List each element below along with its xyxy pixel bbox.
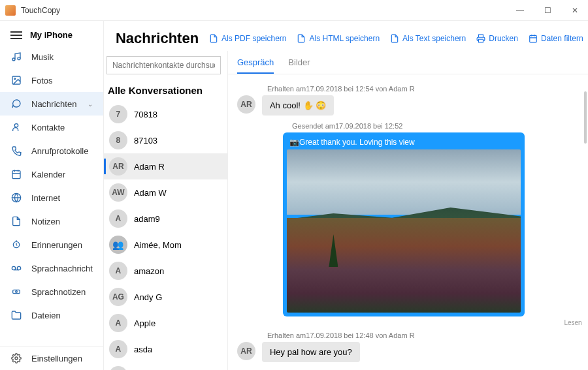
nav-label: Sprachnotizen: [31, 287, 86, 297]
contact-row[interactable]: Aadam9: [104, 206, 227, 232]
avatar: AR: [237, 342, 255, 360]
message-bubble: Ah cool! ✋ 😳: [262, 95, 334, 116]
contact-name: Apple: [134, 318, 155, 328]
nav-item-music[interactable]: Musik: [0, 45, 103, 69]
avatar: A: [109, 366, 127, 370]
save-html-button[interactable]: Als HTML speichern: [297, 34, 380, 43]
nav-label: Internet: [31, 193, 60, 203]
contact-row[interactable]: AWAdam W: [104, 179, 227, 206]
tab-images[interactable]: Bilder: [288, 57, 310, 74]
svg-point-9: [17, 266, 20, 270]
nav-label: Musik: [31, 52, 54, 62]
contact-name: 70818: [134, 110, 157, 119]
nav-item-contacts[interactable]: Kontakte: [0, 116, 103, 139]
device-name: My iPhone: [30, 30, 73, 40]
contact-row[interactable]: 👥Aimée, Mom: [104, 232, 227, 258]
contact-name: Adam R: [134, 162, 165, 172]
contact-row[interactable]: AApple: [104, 310, 227, 336]
attached-image[interactable]: [287, 149, 521, 313]
nav-item-voicememos[interactable]: Sprachnotizen: [0, 280, 103, 303]
hamburger-menu-icon[interactable]: [10, 31, 22, 39]
conversation-list-panel: Alle Konversationen 770818887103ARAdam R…: [104, 51, 228, 370]
chat-panel: Gespräch Bilder Erhalten am17.09.2018 be…: [228, 51, 588, 370]
svg-point-11: [16, 291, 18, 293]
voicemail-icon: [10, 262, 22, 274]
nav-label: Kalender: [31, 170, 65, 179]
avatar: 8: [109, 131, 127, 149]
nav-item-files[interactable]: Dateien: [0, 303, 103, 327]
svg-rect-14: [530, 35, 537, 42]
search-input[interactable]: [106, 56, 221, 74]
message-meta: Gesendet am17.09.2018 bei 12:52: [292, 122, 582, 130]
contact-name: asda: [134, 345, 152, 354]
contact-name: amazon: [134, 266, 164, 276]
svg-point-0: [12, 58, 15, 61]
maximize-button[interactable]: ☐: [540, 6, 555, 15]
avatar: A: [109, 314, 127, 332]
nav-label: Dateien: [31, 311, 61, 320]
photos-icon: [10, 74, 22, 86]
nav-item-notes[interactable]: Notizen: [0, 209, 103, 233]
app-logo-icon: [5, 5, 16, 16]
page-title: Nachrichten: [116, 30, 199, 47]
svg-point-8: [12, 266, 15, 270]
message-bubble: Hey pal how are you?: [262, 342, 360, 362]
nav-item-internet[interactable]: Internet: [0, 186, 103, 209]
message-row-sent: 📷Great thank you. Loving this view: [283, 132, 582, 316]
svg-point-12: [15, 357, 18, 360]
contact-row[interactable]: Aamazon: [104, 258, 227, 284]
contact-row[interactable]: Aasda: [104, 336, 227, 362]
svg-point-3: [14, 78, 16, 80]
nav-item-settings[interactable]: Einstellungen: [0, 346, 103, 370]
save-pdf-button[interactable]: Als PDF speichern: [209, 34, 286, 43]
nav-item-calllogs[interactable]: Anrufprotokolle: [0, 139, 103, 162]
html-icon: [297, 34, 306, 43]
tab-conversation[interactable]: Gespräch: [237, 57, 274, 74]
message-text: 📷Great thank you. Loving this view: [287, 136, 521, 149]
contact-row[interactable]: ARAdam R: [104, 153, 227, 179]
avatar: AG: [109, 288, 127, 306]
text-icon: [390, 34, 399, 43]
contact-row[interactable]: 770818: [104, 101, 227, 127]
nav-item-calendar[interactable]: Kalender: [0, 162, 103, 186]
contact-row[interactable]: 887103: [104, 127, 227, 153]
tool-label: Daten filtern: [541, 34, 583, 43]
close-button[interactable]: ✕: [567, 6, 583, 15]
nav-item-photos[interactable]: Fotos: [0, 69, 103, 92]
nav-label: Anrufprotokolle: [31, 146, 88, 156]
messages-icon: [10, 98, 22, 110]
sidebar: My iPhone Musik Fotos Nachrichten ⌄ Kont…: [0, 21, 104, 370]
nav-item-voicemail[interactable]: Sprachnachricht: [0, 256, 103, 280]
nav-item-messages[interactable]: Nachrichten ⌄: [0, 92, 103, 116]
save-text-button[interactable]: Als Text speichern: [390, 34, 466, 43]
conversations-heading: Alle Konversationen: [104, 78, 227, 101]
nav-label: Kontakte: [31, 123, 65, 132]
chevron-down-icon: ⌄: [88, 100, 93, 108]
nav-label: Einstellungen: [31, 354, 82, 363]
print-icon: [476, 34, 485, 43]
filter-icon: [529, 34, 538, 43]
print-button[interactable]: Drucken: [476, 34, 518, 43]
image-message-bubble: 📷Great thank you. Loving this view: [283, 132, 525, 316]
nav-label: Fotos: [31, 76, 53, 85]
message-meta: Erhalten am17.09.2018 bei 12:54 von Adam…: [267, 85, 582, 93]
folder-icon: [10, 309, 22, 321]
music-icon: [10, 51, 22, 63]
minimize-button[interactable]: —: [512, 6, 528, 15]
contact-row[interactable]: AAsda: [104, 362, 227, 370]
contact-row[interactable]: AGAndy G: [104, 284, 227, 310]
avatar: A: [109, 340, 127, 358]
contact-name: Adam W: [134, 188, 167, 198]
content-header: Nachrichten Als PDF speichern Als HTML s…: [104, 21, 588, 51]
reminders-icon: [10, 239, 22, 251]
phone-icon: [10, 145, 22, 157]
nav-item-reminders[interactable]: Erinnerungen: [0, 233, 103, 256]
tool-label: Als Text speichern: [402, 34, 466, 43]
mic-icon: [10, 286, 22, 298]
contacts-icon: [10, 121, 22, 133]
svg-rect-5: [12, 171, 20, 179]
filter-button[interactable]: Daten filtern: [529, 34, 583, 43]
calendar-icon: [10, 168, 22, 180]
avatar: AW: [109, 183, 127, 202]
contact-name: Aimée, Mom: [134, 240, 182, 250]
